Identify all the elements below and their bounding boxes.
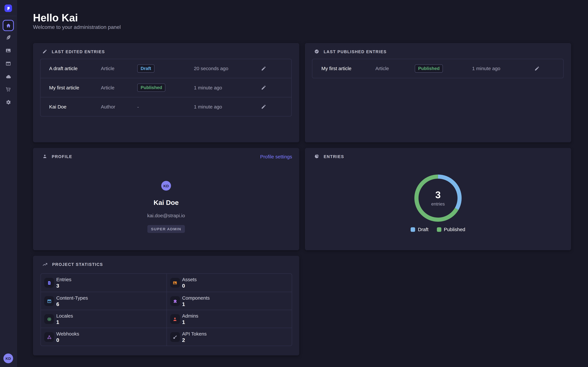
chart-legend: Draft Published bbox=[305, 226, 571, 232]
sidebar-user-avatar[interactable]: KD bbox=[3, 353, 13, 363]
last-published-title: LAST PUBLISHED ENTRIES bbox=[324, 49, 387, 54]
cloud-icon bbox=[5, 73, 11, 80]
edit-entry-button[interactable] bbox=[261, 85, 266, 90]
last-edited-entries-card: LAST EDITED ENTRIES A draft article Arti… bbox=[33, 43, 299, 142]
last-published-entries-card: LAST PUBLISHED ENTRIES My first article … bbox=[305, 43, 571, 142]
stat-components: Components 1 bbox=[166, 292, 292, 310]
pencil-icon bbox=[535, 66, 540, 71]
published-swatch bbox=[437, 227, 441, 232]
last-edited-table: A draft article Article Draft 20 seconds… bbox=[40, 59, 292, 117]
gear-icon bbox=[5, 99, 11, 105]
home-icon bbox=[5, 23, 11, 28]
draft-swatch bbox=[411, 227, 415, 232]
sidebar-divider bbox=[0, 16, 17, 16]
stat-api-tokens: API Tokens 2 bbox=[166, 328, 292, 346]
status-badge: Draft bbox=[137, 64, 155, 73]
check-circle-icon bbox=[314, 49, 319, 54]
stat-value: 0 bbox=[56, 337, 59, 343]
legend-item-draft: Draft bbox=[411, 226, 428, 232]
user-icon bbox=[170, 314, 180, 324]
profile-email: kai.doe@strapi.io bbox=[147, 213, 185, 218]
entry-type: Article bbox=[375, 66, 389, 71]
stat-label: Components bbox=[182, 295, 210, 300]
stats-grid: Entries 3 Assets 0 Content-Types 6 bbox=[41, 273, 292, 346]
puzzle-icon bbox=[170, 296, 180, 306]
profile-settings-link[interactable]: Profile settings bbox=[260, 154, 292, 159]
profile-card: PROFILE Profile settings KD Kai Doe kai.… bbox=[33, 148, 299, 250]
stat-value: 6 bbox=[56, 301, 59, 307]
stat-value: 0 bbox=[182, 283, 185, 289]
feather-icon bbox=[5, 34, 11, 41]
entries-title: ENTRIES bbox=[324, 154, 344, 159]
stat-value: 3 bbox=[56, 283, 59, 289]
person-icon bbox=[42, 154, 47, 159]
globe-icon bbox=[44, 314, 54, 324]
entries-count: 3 bbox=[435, 190, 441, 200]
strapi-logo[interactable] bbox=[5, 5, 12, 12]
stat-label: API Tokens bbox=[182, 331, 207, 337]
pencil-icon bbox=[261, 66, 266, 71]
project-statistics-title: PROJECT STATISTICS bbox=[52, 262, 103, 267]
stat-label: Entries bbox=[56, 277, 71, 282]
stat-value: 1 bbox=[182, 319, 185, 325]
role-badge: SUPER ADMIN bbox=[147, 225, 185, 233]
entry-type: Article bbox=[101, 85, 114, 90]
status-empty: - bbox=[137, 104, 139, 110]
strapi-logo-icon bbox=[6, 6, 11, 11]
stat-label: Locales bbox=[56, 313, 73, 318]
status-badge: Published bbox=[137, 83, 165, 92]
pencil-icon bbox=[42, 49, 47, 54]
entry-title: A draft article bbox=[49, 66, 78, 71]
cart-icon bbox=[5, 86, 11, 92]
status-badge: Published bbox=[415, 64, 443, 73]
stat-label: Webhooks bbox=[56, 331, 79, 337]
stat-locales: Locales 1 bbox=[41, 310, 166, 328]
entries-count-label: entries bbox=[431, 201, 445, 207]
sidebar-item-settings[interactable] bbox=[3, 97, 13, 107]
profile-name: Kai Doe bbox=[154, 199, 179, 207]
last-published-table: My first article Article Published 1 min… bbox=[312, 59, 564, 78]
sidebar-item-marketplace[interactable] bbox=[3, 85, 13, 94]
edit-entry-button[interactable] bbox=[261, 66, 266, 71]
edit-entry-button[interactable] bbox=[535, 66, 540, 71]
entry-type: Article bbox=[101, 66, 114, 71]
stat-entries: Entries 3 bbox=[41, 274, 166, 292]
profile-title: PROFILE bbox=[52, 154, 72, 159]
pie-chart-icon bbox=[314, 154, 319, 159]
entry-title: My first article bbox=[49, 85, 79, 90]
sidebar-item-home[interactable] bbox=[3, 20, 14, 31]
page-subtitle: Welcome to your administration panel bbox=[33, 24, 121, 30]
project-statistics-card: PROJECT STATISTICS Entries 3 Assets 0 bbox=[33, 256, 299, 355]
edit-entry-button[interactable] bbox=[261, 104, 266, 109]
table-row: My first article Article Published 1 min… bbox=[41, 78, 291, 97]
entry-time: 1 minute ago bbox=[472, 66, 501, 71]
stat-value: 1 bbox=[182, 301, 185, 307]
sidebar-item-content-manager[interactable] bbox=[3, 33, 13, 42]
table-row: My first article Article Published 1 min… bbox=[312, 59, 563, 78]
entry-time: 1 minute ago bbox=[194, 104, 222, 109]
last-edited-title: LAST EDITED ENTRIES bbox=[52, 49, 105, 54]
file-icon bbox=[44, 278, 54, 288]
legend-label: Draft bbox=[418, 226, 428, 232]
page-title: Hello Kai bbox=[33, 12, 78, 24]
sidebar: KD bbox=[0, 0, 17, 367]
table-row: A draft article Article Draft 20 seconds… bbox=[41, 59, 291, 78]
trend-up-icon bbox=[42, 262, 48, 267]
entry-title: Kai Doe bbox=[49, 104, 67, 109]
key-icon bbox=[170, 332, 180, 342]
stat-assets: Assets 0 bbox=[166, 274, 292, 292]
sidebar-item-cloud[interactable] bbox=[3, 72, 13, 81]
legend-label: Published bbox=[444, 226, 465, 232]
layout-icon bbox=[44, 296, 54, 306]
sidebar-item-content-type-builder[interactable] bbox=[3, 59, 13, 68]
stat-value: 1 bbox=[56, 319, 59, 325]
layout-icon bbox=[5, 61, 11, 67]
stat-label: Assets bbox=[182, 277, 197, 282]
sidebar-item-media-library[interactable] bbox=[3, 46, 13, 55]
entry-type: Author bbox=[101, 104, 115, 109]
stat-webhooks: Webhooks 0 bbox=[41, 328, 166, 346]
webhook-icon bbox=[44, 332, 54, 342]
stat-admins: Admins 1 bbox=[166, 310, 292, 328]
entries-card: ENTRIES 3 entries Draft Published bbox=[305, 148, 571, 250]
image-icon bbox=[170, 278, 180, 288]
